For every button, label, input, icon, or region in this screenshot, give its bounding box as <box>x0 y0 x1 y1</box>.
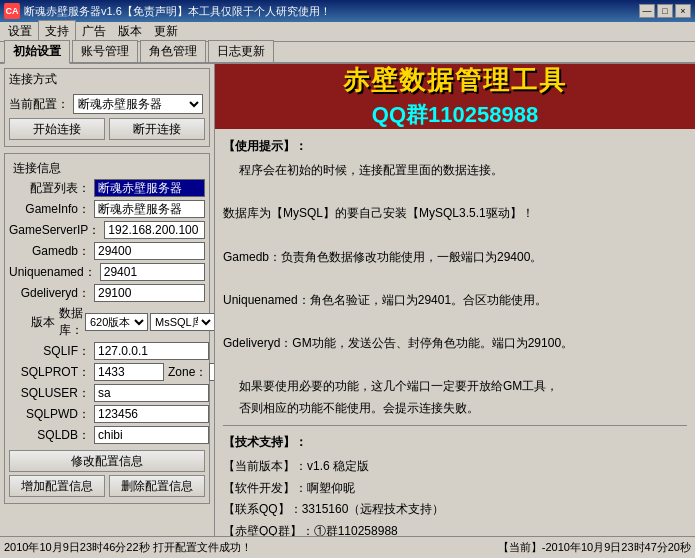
menu-settings[interactable]: 设置 <box>2 21 38 42</box>
gdeliveryd-row: Gdeliveryd： 29100 <box>9 284 205 302</box>
add-delete-row: 增加配置信息 删除配置信息 <box>9 475 205 497</box>
current-config-label: 当前配置： <box>9 96 69 113</box>
support-section: 【技术支持】： 【当前版本】：v1.6 稳定版 【软件开发】：啊塑仰昵 【联系Q… <box>223 432 687 536</box>
gameserverip-label: GameServerIP： <box>9 222 104 239</box>
db-select[interactable]: MsSQL库 <box>150 313 215 331</box>
gameserverip-value: 192.168.200.100 <box>104 221 205 239</box>
minimize-button[interactable]: — <box>639 4 655 18</box>
zone-label: Zone： <box>168 364 207 381</box>
tip-title: 【使用提示】： <box>223 137 687 156</box>
header-qq: QQ群110258988 <box>372 100 538 130</box>
right-header: 赤壁数据管理工具 QQ群110258988 <box>215 64 695 129</box>
title-buttons: — □ × <box>639 4 691 18</box>
tab-initial-setup[interactable]: 初始设置 <box>4 40 70 64</box>
version-label: 版本 <box>9 314 59 331</box>
sqldb-input[interactable] <box>94 426 209 444</box>
config-list-label: 配置列表： <box>9 180 94 197</box>
sqlprot-label: SQLPROT： <box>9 364 94 381</box>
gamedb-row: Gamedb： 29400 <box>9 242 205 260</box>
gameinfo-row: GameInfo： 断魂赤壁服务器 <box>9 200 205 218</box>
sqlif-row: SQLIF： <box>9 342 205 360</box>
gameinfo-label: GameInfo： <box>9 201 94 218</box>
tip-content: 程序会在初始的时候，连接配置里面的数据连接。 数据库为【MySQL】的要自己安装… <box>223 160 687 419</box>
tab-bar: 初始设置 账号管理 角色管理 日志更新 <box>0 42 695 64</box>
sqldb-row: SQLDB： <box>9 426 205 444</box>
uniquenamed-value: 29401 <box>100 263 205 281</box>
tip-line-10: 如果要使用必要的功能，这几个端口一定要开放给GM工具， <box>239 376 687 398</box>
config-list-value: 断魂赤壁服务器 <box>94 179 205 197</box>
uniquenamed-row: Uniquenamed： 29401 <box>9 263 205 281</box>
title-bar: CA 断魂赤壁服务器v1.6【免责声明】本工具仅限于个人研究使用！ — □ × <box>0 0 695 22</box>
uniquenamed-label: Uniquenamed： <box>9 264 100 281</box>
version-row: 版本 数据库： 620版本 MsSQL库 <box>9 305 205 339</box>
tab-role-manage[interactable]: 角色管理 <box>140 40 206 62</box>
status-bar: 2010年10月9日23时46分22秒 打开配置文件成功！ 【当前】-2010年… <box>0 536 695 558</box>
tip-line-2: 数据库为【MySQL】的要自己安装【MySQL3.5.1驱动】！ <box>223 203 687 225</box>
status-right: 【当前】-2010年10月9日23时47分20秒 <box>498 540 691 555</box>
menu-version[interactable]: 版本 <box>112 21 148 42</box>
modify-config-button[interactable]: 修改配置信息 <box>9 450 205 472</box>
tab-log-update[interactable]: 日志更新 <box>208 40 274 62</box>
db-label: 数据库： <box>59 305 83 339</box>
support-line-3: 【赤壁QQ群】：①群110258988 <box>223 521 687 536</box>
support-line-1: 【软件开发】：啊塑仰昵 <box>223 478 687 500</box>
sqluser-input[interactable] <box>94 384 209 402</box>
connect-btn-row: 开始连接 断开连接 <box>9 118 205 140</box>
add-config-button[interactable]: 增加配置信息 <box>9 475 105 497</box>
tip-section: 【使用提示】： 程序会在初始的时候，连接配置里面的数据连接。 数据库为【MySQ… <box>223 137 687 419</box>
menu-bar: 设置 支持 广告 版本 更新 <box>0 22 695 42</box>
menu-ads[interactable]: 广告 <box>76 21 112 42</box>
app-icon: CA <box>4 3 20 19</box>
main-content: 连接方式 当前配置： 断魂赤壁服务器 开始连接 断开连接 连接信息 配置列表： <box>0 64 695 536</box>
gdeliveryd-value: 29100 <box>94 284 205 302</box>
tip-line-4: Gamedb：负责角色数据修改功能使用，一般端口为29400。 <box>223 247 687 269</box>
header-title: 赤壁数据管理工具 <box>343 63 567 98</box>
tip-line-0: 程序会在初始的时候，连接配置里面的数据连接。 <box>239 160 687 182</box>
support-line-0: 【当前版本】：v1.6 稳定版 <box>223 456 687 478</box>
maximize-button[interactable]: □ <box>657 4 673 18</box>
sqlif-label: SQLIF： <box>9 343 94 360</box>
sqluser-label: SQLUSER： <box>9 385 94 402</box>
connection-section: 连接方式 当前配置： 断魂赤壁服务器 开始连接 断开连接 <box>4 68 210 147</box>
sqlprot-input[interactable] <box>94 363 164 381</box>
gdeliveryd-label: Gdeliveryd： <box>9 285 94 302</box>
delete-config-button[interactable]: 删除配置信息 <box>109 475 205 497</box>
tip-line-6: Uniquenamed：角色名验证，端口为29401。合区功能使用。 <box>223 290 687 312</box>
tip-line-11: 否则相应的功能不能使用。会提示连接失败。 <box>239 398 687 420</box>
sqlif-input[interactable] <box>94 342 209 360</box>
config-list-row: 配置列表： 断魂赤壁服务器 <box>9 179 205 197</box>
close-button[interactable]: × <box>675 4 691 18</box>
disconnect-button[interactable]: 断开连接 <box>109 118 205 140</box>
current-config-row: 当前配置： 断魂赤壁服务器 <box>9 94 205 114</box>
sqldb-label: SQLDB： <box>9 427 94 444</box>
connection-content: 当前配置： 断魂赤壁服务器 开始连接 断开连接 <box>5 90 209 146</box>
info-section: 连接信息 配置列表： 断魂赤壁服务器 GameInfo： 断魂赤壁服务器 Gam… <box>4 153 210 504</box>
connect-button[interactable]: 开始连接 <box>9 118 105 140</box>
right-panel: 赤壁数据管理工具 QQ群110258988 【使用提示】： 程序会在初始的时候，… <box>215 64 695 536</box>
gameinfo-value: 断魂赤壁服务器 <box>94 200 205 218</box>
left-panel: 连接方式 当前配置： 断魂赤壁服务器 开始连接 断开连接 连接信息 配置列表： <box>0 64 215 536</box>
connection-section-title: 连接方式 <box>5 69 209 90</box>
support-title: 【技术支持】： <box>223 432 687 454</box>
status-left: 2010年10月9日23时46分22秒 打开配置文件成功！ <box>4 540 252 555</box>
tip-line-8: Gdeliveryd：GM功能，发送公告、封停角色功能。端口为29100。 <box>223 333 687 355</box>
gamedb-value: 29400 <box>94 242 205 260</box>
gameserverip-row: GameServerIP： 192.168.200.100 <box>9 221 205 239</box>
title-bar-left: CA 断魂赤壁服务器v1.6【免责声明】本工具仅限于个人研究使用！ <box>4 3 331 19</box>
current-config-select[interactable]: 断魂赤壁服务器 <box>73 94 203 114</box>
support-line-2: 【联系QQ】：3315160（远程技术支持） <box>223 499 687 521</box>
window-title: 断魂赤壁服务器v1.6【免责声明】本工具仅限于个人研究使用！ <box>24 4 331 19</box>
menu-update[interactable]: 更新 <box>148 21 184 42</box>
sqluser-row: SQLUSER： <box>9 384 205 402</box>
version-select[interactable]: 620版本 <box>85 313 148 331</box>
tab-account-manage[interactable]: 账号管理 <box>72 40 138 62</box>
right-body: 【使用提示】： 程序会在初始的时候，连接配置里面的数据连接。 数据库为【MySQ… <box>215 129 695 536</box>
info-section-title: 连接信息 <box>9 158 205 179</box>
sqlpwd-label: SQLPWD： <box>9 406 94 423</box>
sqlpwd-row: SQLPWD： <box>9 405 205 423</box>
gamedb-label: Gamedb： <box>9 243 94 260</box>
divider <box>223 425 687 426</box>
sqlpwd-input[interactable] <box>94 405 209 423</box>
sqlprot-row: SQLPROT： Zone： <box>9 363 205 381</box>
